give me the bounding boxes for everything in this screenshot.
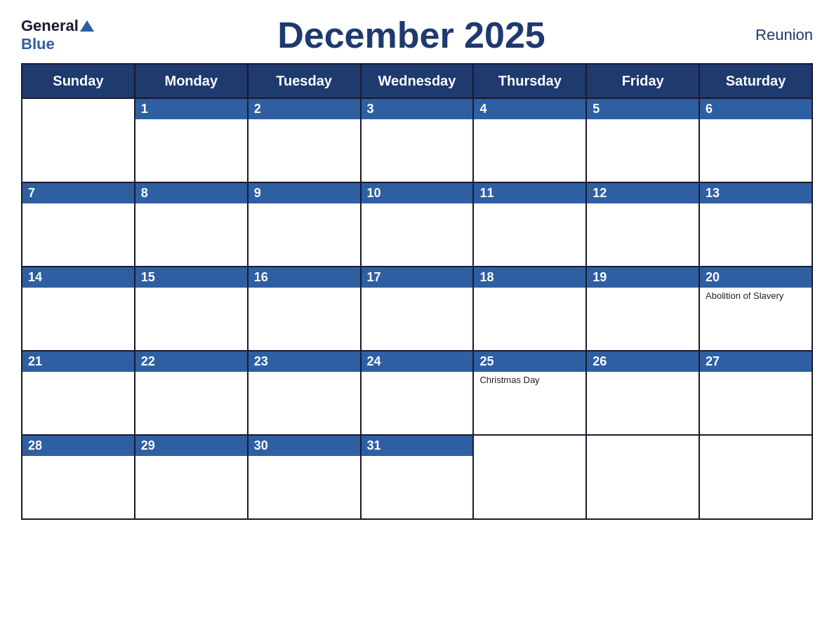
day-cell-1-5: 12 — [586, 182, 699, 267]
day-cell-4-5 — [586, 435, 699, 519]
day-cell-0-3: 3 — [361, 98, 474, 182]
day-cell-3-2: 23 — [248, 351, 361, 435]
date-number: 22 — [135, 351, 247, 372]
day-cell-2-3: 17 — [361, 267, 474, 351]
day-cell-2-1: 15 — [135, 267, 248, 351]
empty-date-header — [700, 436, 812, 441]
empty-date-header — [474, 436, 585, 441]
day-cell-0-1: 1 — [135, 98, 248, 182]
date-number: 26 — [587, 351, 699, 372]
date-number: 21 — [22, 351, 134, 372]
date-number: 25 — [474, 351, 585, 372]
day-cell-1-4: 11 — [473, 182, 586, 267]
day-cell-3-0: 21 — [22, 351, 135, 435]
day-cell-3-6: 27 — [699, 351, 812, 435]
day-cell-3-1: 22 — [135, 351, 248, 435]
day-cell-1-1: 8 — [135, 182, 248, 267]
day-cell-3-5: 26 — [586, 351, 699, 435]
day-cell-4-3: 31 — [361, 435, 474, 519]
day-cell-0-5: 5 — [586, 98, 699, 182]
date-number: 10 — [362, 183, 473, 203]
day-cell-4-1: 29 — [135, 435, 248, 519]
date-number: 8 — [135, 183, 247, 203]
date-number: 17 — [362, 267, 473, 288]
date-number: 7 — [22, 183, 134, 203]
week-row-5: 28293031 — [22, 435, 812, 519]
date-number: 4 — [474, 99, 585, 119]
date-number: 27 — [700, 351, 812, 372]
day-cell-4-2: 30 — [248, 435, 361, 519]
date-number: 14 — [22, 267, 134, 288]
day-cell-4-0: 28 — [22, 435, 135, 519]
logo: General Blue — [21, 17, 94, 53]
calendar-title: December 2025 — [277, 14, 545, 56]
week-row-2: 78910111213 — [22, 182, 812, 267]
day-cell-0-2: 2 — [248, 98, 361, 182]
day-cell-2-4: 18 — [473, 267, 586, 351]
day-cell-3-4: 25Christmas Day — [473, 351, 586, 435]
date-number: 12 — [587, 183, 699, 203]
day-cell-0-0 — [22, 98, 135, 182]
day-cell-4-6 — [699, 435, 812, 519]
day-cell-2-2: 16 — [248, 267, 361, 351]
calendar-header-row: Sunday Monday Tuesday Wednesday Thursday… — [22, 64, 812, 98]
day-cell-2-0: 14 — [22, 267, 135, 351]
col-saturday: Saturday — [699, 64, 812, 98]
day-cell-1-3: 10 — [361, 182, 474, 267]
week-row-3: 14151617181920Abolition of Slavery — [22, 267, 812, 351]
region-label: Reunion — [729, 26, 813, 44]
page-header: General Blue December 2025 Reunion — [21, 14, 813, 56]
date-number: 30 — [249, 436, 360, 456]
date-number: 1 — [135, 99, 247, 119]
col-tuesday: Tuesday — [248, 64, 361, 98]
date-number: 29 — [135, 436, 247, 456]
col-wednesday: Wednesday — [361, 64, 474, 98]
date-number: 13 — [700, 183, 812, 203]
col-thursday: Thursday — [473, 64, 586, 98]
day-cell-1-2: 9 — [248, 182, 361, 267]
date-number: 2 — [249, 99, 360, 119]
date-number: 9 — [249, 183, 360, 203]
day-cell-0-4: 4 — [473, 98, 586, 182]
day-cell-3-3: 24 — [361, 351, 474, 435]
date-number: 11 — [474, 183, 585, 203]
logo-general: General — [21, 17, 79, 35]
date-number: 3 — [362, 99, 473, 119]
date-number: 18 — [474, 267, 585, 288]
day-cell-1-0: 7 — [22, 182, 135, 267]
empty-date-header — [587, 436, 699, 441]
col-sunday: Sunday — [22, 64, 135, 98]
date-number: 20 — [700, 267, 812, 288]
event-label: Abolition of Slavery — [700, 288, 812, 304]
date-number: 15 — [135, 267, 247, 288]
date-number: 23 — [249, 351, 360, 372]
day-cell-4-4 — [473, 435, 586, 519]
date-number: 24 — [362, 351, 473, 372]
week-row-1: 123456 — [22, 98, 812, 182]
day-cell-0-6: 6 — [699, 98, 812, 182]
logo-blue: Blue — [21, 35, 55, 53]
empty-date-header — [22, 99, 134, 105]
event-label: Christmas Day — [474, 372, 585, 388]
logo-triangle-icon — [80, 20, 94, 32]
calendar-table: Sunday Monday Tuesday Wednesday Thursday… — [21, 63, 813, 520]
day-cell-1-6: 13 — [699, 182, 812, 267]
date-number: 31 — [362, 436, 473, 456]
col-monday: Monday — [135, 64, 248, 98]
col-friday: Friday — [586, 64, 699, 98]
date-number: 16 — [249, 267, 360, 288]
date-number: 19 — [587, 267, 699, 288]
date-number: 5 — [587, 99, 699, 119]
day-cell-2-5: 19 — [586, 267, 699, 351]
date-number: 6 — [700, 99, 812, 119]
date-number: 28 — [22, 436, 134, 456]
day-cell-2-6: 20Abolition of Slavery — [699, 267, 812, 351]
week-row-4: 2122232425Christmas Day2627 — [22, 351, 812, 435]
